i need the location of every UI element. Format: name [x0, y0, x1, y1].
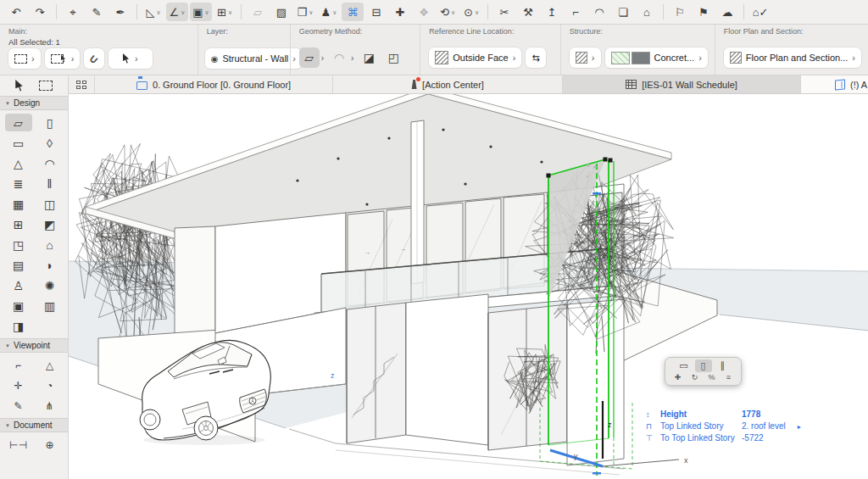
chevron-icon: ›	[698, 53, 702, 63]
polygon-wall-button[interactable]: ◰	[383, 47, 403, 68]
detail-tool[interactable]: ✎	[5, 397, 32, 415]
trim-button[interactable]: ⌐	[565, 3, 587, 21]
flag-button[interactable]: ⚐	[669, 3, 691, 21]
polygon-wall-icon: ◰	[388, 51, 399, 64]
zone-tool[interactable]: ⌂	[36, 236, 64, 253]
shell-tool[interactable]: ◠	[36, 154, 64, 172]
truss-tool[interactable]: ▥	[36, 297, 64, 315]
tracker-value[interactable]: 2. roof level	[742, 421, 786, 432]
stair-tool[interactable]: ≣	[5, 175, 32, 192]
layer-selector[interactable]: ◉ Structural - Wall ›	[205, 48, 302, 69]
drag-wall-button[interactable]: ✚	[670, 372, 685, 382]
skylight-tool[interactable]: ◩	[36, 215, 64, 233]
element-snap-button[interactable]: ⌘	[342, 3, 364, 21]
pick-up-parameters-icon: ✎	[92, 7, 102, 18]
undo-button[interactable]: ↶	[5, 3, 27, 21]
tab-ground-floor[interactable]: 0. Ground Floor [0. Ground Floor]	[95, 75, 333, 93]
wall-vertical-button[interactable]: ▯	[695, 359, 712, 372]
measure-button[interactable]: ⊟	[365, 3, 387, 21]
section-tool[interactable]: ⌐	[5, 356, 32, 374]
refline-selector[interactable]: Outside Face ›	[429, 47, 521, 68]
marquee-settings-button[interactable]: ›	[8, 48, 41, 69]
dimension-tool[interactable]: ⊢⊣	[5, 436, 32, 454]
arrow-tool[interactable]	[15, 80, 25, 92]
curtain-wall-tool[interactable]: ▦	[5, 195, 32, 213]
camera-tool[interactable]: ⋔	[36, 397, 64, 415]
beam-tool[interactable]: ▭	[5, 134, 32, 152]
magnet-icon: ∪	[87, 51, 102, 66]
guide-lines-button[interactable]: ◺∨	[142, 3, 164, 21]
curved-wall-button[interactable]: ◠	[329, 47, 349, 68]
section-header-document[interactable]: ▼Document	[0, 418, 68, 432]
object-tool[interactable]: ♙	[5, 276, 32, 294]
story-menu-chevron-icon[interactable]: ▸	[798, 421, 801, 432]
gravity-button[interactable]: ▱	[247, 3, 269, 21]
section-header-viewpoint[interactable]: ▼Viewpoint	[0, 338, 68, 353]
home-story-button[interactable]: ⌂	[636, 3, 658, 21]
column-tool[interactable]: ▯	[36, 114, 64, 131]
tab-wall-schedule[interactable]: [IES-01 Wall Schedule]	[563, 75, 801, 93]
marquee-zoom-button[interactable]: ⌖	[62, 3, 84, 21]
wall-type-button[interactable]: ›	[570, 47, 601, 68]
mirror-wall-button[interactable]: %	[704, 372, 719, 382]
tool-grid-design: ▱▯▭◊△◠≣‖▦◫⊞◩◳⌂▤◗♙✺▣▥◨	[0, 110, 68, 338]
grid-snap-button[interactable]: ⊞∨	[214, 3, 236, 21]
marquee-tool[interactable]	[39, 81, 53, 91]
window-tool[interactable]: ⊞	[5, 215, 32, 233]
straight-wall-button[interactable]: ▱	[299, 47, 320, 68]
selection-settings-button[interactable]: ›	[45, 48, 81, 69]
cloud-button[interactable]: ☁	[716, 3, 738, 21]
trapezoid-wall-icon: ◪	[364, 51, 375, 64]
railing-tool[interactable]: ‖	[36, 175, 64, 192]
interior-elevation-tool[interactable]: ✛	[5, 376, 32, 394]
opening-tool[interactable]: ◳	[5, 236, 32, 253]
floorplan-display-selector[interactable]: Floor Plan and Section... ›	[724, 47, 861, 68]
multiply-wall-button[interactable]: ≡	[721, 372, 736, 382]
inject-parameters-button[interactable]: ✒	[109, 3, 131, 21]
split-button[interactable]: ✂	[493, 3, 515, 21]
flag-schedule-button[interactable]: ⚑	[693, 3, 715, 21]
rotate-wall-button[interactable]: ↻	[687, 372, 702, 382]
mesh-tool[interactable]: ▤	[5, 256, 32, 274]
tab-3d-view[interactable]: (!) A	[801, 75, 868, 93]
elevate-button[interactable]: ↥	[541, 3, 563, 21]
group-button[interactable]: ❖	[413, 3, 435, 21]
magnet-toggle-button[interactable]: ∪	[84, 48, 104, 69]
worksheet-tool[interactable]: ◔	[36, 376, 64, 394]
coordinate-input-button[interactable]: ▣∨	[190, 3, 212, 21]
offset-copy-button[interactable]: ❐∨	[294, 3, 316, 21]
composite-selector[interactable]: Concret... ›	[605, 47, 708, 68]
section-hatch-icon	[730, 52, 742, 64]
redo-button[interactable]: ↷	[29, 3, 51, 21]
editing-plane-button[interactable]: ▨	[270, 3, 292, 21]
tab-action-center[interactable]: [Action Center]	[333, 75, 563, 93]
wall-slanted-button[interactable]: ∥	[715, 359, 732, 372]
equipment-tool[interactable]: ▣	[5, 297, 32, 315]
tab-overview-button[interactable]	[69, 75, 95, 93]
lamp-tool[interactable]: ✺	[36, 276, 64, 294]
wall-tool[interactable]: ▱	[5, 114, 32, 131]
plumb-button[interactable]: ♟∨	[318, 3, 340, 21]
wall-straight-button[interactable]: ▭	[676, 359, 693, 372]
stretch-button[interactable]: ✚	[389, 3, 411, 21]
resize-button[interactable]: ❏	[612, 3, 634, 21]
radial-dimension-tool[interactable]: ⊕	[36, 436, 64, 454]
pick-up-parameters-button[interactable]: ✎	[86, 3, 108, 21]
morph-tool[interactable]: ◗	[36, 256, 64, 274]
flip-refline-button[interactable]: ⇆	[526, 47, 545, 68]
radial-dimension-tool-icon: ⊕	[45, 439, 53, 451]
elevation-tool[interactable]: △	[36, 356, 64, 374]
rotate-plane-button[interactable]: ⟲∨	[437, 3, 459, 21]
section-header-design[interactable]: ▼Design	[0, 96, 68, 110]
snap-guides-button[interactable]: ∠∨	[166, 3, 188, 21]
slab-tool[interactable]: ◊	[36, 134, 64, 152]
adjust-button[interactable]: ⚒	[517, 3, 539, 21]
arrow-tool-button[interactable]: ›	[108, 48, 153, 69]
door-tool[interactable]: ◫	[36, 195, 64, 213]
trapezoid-wall-button[interactable]: ◪	[359, 47, 379, 68]
roof-tool[interactable]: △	[5, 154, 32, 172]
fillet-button[interactable]: ◠	[588, 3, 610, 21]
compass-button[interactable]: ⊙∨	[460, 3, 482, 21]
teamwork-check-button[interactable]: ⌂✓	[749, 3, 771, 21]
end-wall-tool[interactable]: ◨	[5, 317, 32, 335]
